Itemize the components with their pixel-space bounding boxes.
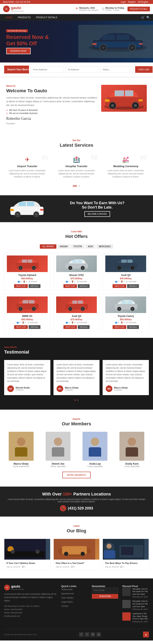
twitter-icon[interactable]: t (85, 632, 89, 637)
svg-rect-95 (104, 550, 115, 558)
hero-car-image (78, 25, 153, 58)
details-button-2[interactable]: DETAILS (78, 284, 90, 288)
service-title-1: Airport Transfer (6, 165, 48, 168)
nav-home[interactable]: HOME (3, 14, 15, 21)
footer-logo-sub: Rent Car Service (11, 588, 24, 590)
dot-2[interactable] (77, 400, 79, 401)
testimonial-section: Some Words Testimonial Lorem ipsum dolor… (0, 338, 153, 410)
details-button-6[interactable]: DETAILS (127, 325, 139, 329)
rent-car-button-5[interactable]: RENT CAR (63, 325, 77, 329)
filter-audi[interactable]: AUDI (85, 244, 95, 249)
linkedin-icon[interactable]: in (91, 632, 95, 637)
footer-col-links: Quick Links Testimonials Appointments Ca… (61, 585, 88, 625)
svg-rect-40 (72, 260, 77, 263)
svg-point-45 (82, 267, 84, 269)
footer-link-legal[interactable]: Legal Notice (61, 601, 73, 603)
details-button-4[interactable]: DETAILS (29, 325, 40, 329)
main-nav: HOME PRODUCTS PRODUCT DETAILS 🛒 🔍 (0, 14, 153, 21)
testimonial-text-2: Lorem ipsum dolor sit amet, consectetur … (57, 363, 97, 383)
footer-link-case-studies[interactable]: Case Studies (61, 597, 73, 599)
find-car-button[interactable]: FIND CAR (135, 66, 152, 73)
footer-phone1: Phone: 238-000-0000 (4, 608, 57, 611)
login-link[interactable]: Login (121, 1, 126, 3)
testimonial-title: Testimonial (4, 350, 149, 355)
search-icon[interactable]: 🔍 (146, 16, 150, 19)
register-link[interactable]: Register (128, 1, 136, 3)
details-button-3[interactable]: DETAILS (127, 284, 139, 288)
footer-link-appointments[interactable]: Appointments (61, 592, 74, 595)
svg-rect-54 (23, 300, 28, 304)
cart-icon[interactable]: 🛒 (141, 16, 145, 19)
back-to-top-button[interactable]: ▲ (143, 632, 149, 638)
cta-car-svg (6, 200, 48, 218)
filter-all-brands[interactable]: ALL BRAND (40, 244, 56, 249)
footer-bottom: Design and Developed by Theme_Pure f t i… (4, 629, 149, 638)
car-card-2: Nissan 370Z $75.00/Day 👥 2 🚪 2 ⚙ Automat… (54, 253, 100, 291)
blog-title: Our Blog (4, 528, 149, 534)
feature-label-2: We are an immediate business (9, 112, 38, 114)
testimonial-tag: Some Words (4, 346, 149, 348)
newsletter-subscribe-button[interactable]: SUBSCRIBE (92, 594, 118, 599)
filter-mercedes[interactable]: MERCEDES (96, 244, 113, 249)
more-members-button[interactable]: MORE MEMBERS (62, 472, 91, 478)
to-address-input[interactable] (66, 66, 99, 72)
nav-product-details[interactable]: PRODUCT DETAILS (34, 14, 60, 21)
become-driver-button[interactable]: BECOME A DRIVER (84, 211, 110, 217)
details-button-1[interactable]: DETAILS (29, 284, 40, 288)
testimonial-text-3: Lorem ipsum dolor sit amet, consectetur … (106, 363, 146, 383)
rent-car-button-1[interactable]: RENT CAR (14, 284, 28, 288)
phone-icon: 📞 (60, 505, 66, 512)
service-number-3: 03 (140, 154, 147, 161)
blog-comments-1: 💬 2 (22, 566, 26, 568)
dot-1[interactable] (74, 400, 76, 401)
facebook-icon[interactable]: f (79, 632, 84, 637)
blog-grid: If Your Car's Battery Down. July 18, 201… (4, 539, 149, 570)
details-button-5[interactable]: DETAILS (78, 325, 90, 329)
svg-rect-9 (92, 43, 97, 45)
testimonial-card-3: Lorem ipsum dolor sit amet, consectetur … (103, 360, 149, 395)
rent-car-button-6[interactable]: RENT CAR (113, 325, 126, 329)
from-address-input[interactable] (31, 66, 64, 72)
blog-content-2: How Often Is a Taxi Used? July 25, 2018 … (54, 560, 99, 570)
nav-products[interactable]: PRODUCTS (15, 14, 33, 21)
filter-nissan[interactable]: NISSAN (57, 244, 70, 249)
driver-cta-headline: Do You Want To Earn With Us? So Don't Be… (48, 201, 147, 210)
members-grid: Marco Ghaly 8 year experience Sheref Joe… (4, 432, 149, 468)
reserve-now-button[interactable]: RESERVE NOW! (6, 48, 31, 54)
svg-point-90 (64, 552, 68, 556)
rent-car-button-3[interactable]: RENT CAR (113, 284, 126, 288)
pinterest-icon[interactable]: p (96, 632, 101, 637)
service-number-2: 02 (91, 154, 97, 161)
car-meta-4: 👥 5 🚪 4 ⚙ Automatic (7, 322, 48, 324)
services-section: See Our Latest Services 01 ✈ Airport Tra… (0, 133, 153, 193)
rent-car-button-2[interactable]: RENT CAR (63, 284, 77, 288)
filter-toyota[interactable]: TOYOTA (71, 244, 84, 249)
car-image-2 (56, 256, 97, 272)
doors-2: 🚪 2 (71, 280, 75, 282)
author-name-3: Marco Ghaly (114, 386, 128, 389)
footer-link-contact[interactable]: Contact (61, 605, 68, 607)
doors-6: 🚪 4 (121, 322, 125, 324)
member-photo-3 (83, 432, 107, 461)
services-title: Latest Services (4, 142, 149, 148)
service-number-1: 01 (42, 154, 48, 161)
footer-link-testimonials[interactable]: Testimonials (61, 588, 73, 591)
logo-text: gauto (11, 6, 21, 10)
phone-link[interactable]: +123 123 45 678 (15, 1, 30, 3)
request-call-button[interactable]: REQUEST A CALL (127, 6, 150, 12)
car-actions-5: RENT CAR DETAILS (56, 325, 97, 329)
partners-phone: (431) 529 2093 (68, 506, 93, 510)
svg-rect-7 (102, 35, 115, 40)
services-tag: See Our (4, 139, 149, 142)
car-price-4: $50.00/Day (7, 318, 48, 321)
filter-tabs: ALL BRAND NISSAN TOYOTA AUDI MERCEDES (4, 244, 149, 249)
newsletter-email-input[interactable] (92, 588, 118, 593)
svg-point-71 (118, 308, 120, 310)
svg-rect-31 (40, 209, 44, 210)
svg-rect-34 (28, 260, 32, 263)
blog-content-3: The Best Ways To Pay Drivers July 26, 20… (103, 560, 149, 570)
about-title: Welcome To Gauto (6, 88, 97, 94)
status-input[interactable] (100, 66, 133, 72)
language-link[interactable]: EN English (138, 1, 148, 3)
rent-car-button-4[interactable]: RENT CAR (14, 325, 28, 329)
